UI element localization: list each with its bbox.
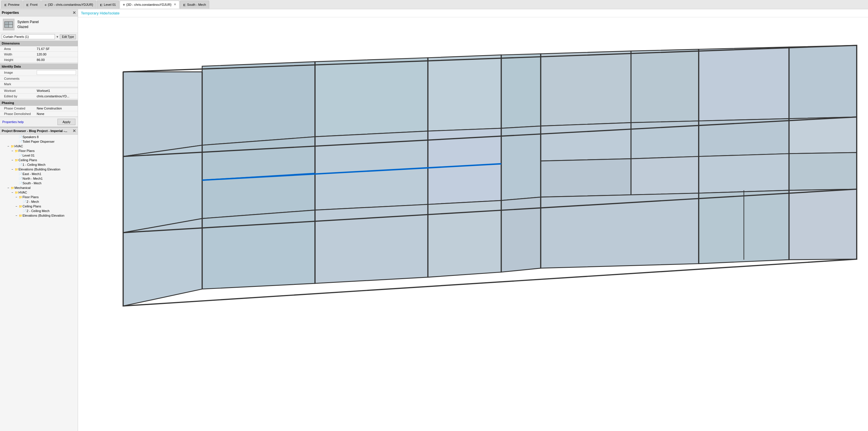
icon-level01: 📄 <box>19 154 23 157</box>
tab-level01[interactable]: ◧ Level 01 <box>97 1 119 9</box>
label-ceiling-mech1: 1 - Ceiling Mech <box>23 163 45 166</box>
icon-hvac: 📁 <box>10 145 14 148</box>
label-toilet: Toilet Paper Dispenser <box>23 140 55 143</box>
tree-item-elevations-bldg[interactable]: − 📁 Elevations (Building Elevation <box>0 167 78 172</box>
toggle-ceiling-plans2: − <box>14 205 19 208</box>
tab-preview[interactable]: ◧ Preview <box>1 1 23 9</box>
browser-close-icon[interactable]: ✕ <box>72 128 76 133</box>
icon-ceiling-plans: 📁 <box>14 159 19 162</box>
tab-preview-label: Preview <box>8 3 19 6</box>
tree-item-hvac[interactable]: − 📁 HVAC <box>0 144 78 149</box>
prop-width: Width 120.00 <box>0 52 78 57</box>
tree-item-floor-plans[interactable]: − 📁 Floor Plans <box>0 149 78 153</box>
svg-marker-20 <box>501 126 541 201</box>
svg-marker-24 <box>631 157 699 195</box>
svg-marker-10 <box>501 54 541 128</box>
tree-item-ceiling-plans2[interactable]: − 📁 Ceiling Plans <box>0 204 78 209</box>
prop-mark-value <box>35 82 78 87</box>
edit-type-button[interactable]: Edit Type <box>60 34 76 39</box>
prop-phase-demolished-label: Phase Demolished <box>0 111 35 117</box>
properties-help-link[interactable]: Properties help <box>2 120 24 124</box>
object-name: System Panel Glazed <box>17 20 39 29</box>
south-mech-icon: ◧ <box>183 3 186 6</box>
toggle-floor-plans2: − <box>14 195 19 199</box>
toggle-elevations-bldg2: − <box>14 214 19 217</box>
icon-speakers8: 📄 <box>19 135 23 138</box>
icon-floor-plans: 📁 <box>14 149 19 153</box>
prop-mark-label: Mark <box>0 82 35 87</box>
icon-north-mech1: 📄 <box>19 177 23 180</box>
section-identity: Identity Data <box>0 64 78 69</box>
label-ceiling-plans: Ceiling Plans <box>19 158 37 162</box>
apply-button[interactable]: Apply <box>58 119 75 125</box>
tab-3d-chris2-close[interactable]: ✕ <box>174 3 176 6</box>
svg-marker-34 <box>540 193 699 268</box>
tree-item-level01[interactable]: 📄 Level 01 <box>0 153 78 158</box>
tab-3d-chris2[interactable]: ◈ {3D - chris.constantinouYDJUR} ✕ <box>120 1 180 9</box>
tree-item-north-mech1[interactable]: 📄 North - Mech1 <box>0 176 78 181</box>
icon-floor-plans2: 📁 <box>19 195 23 199</box>
tree-item-east-mech1[interactable]: 📄 East - Mech1 <box>0 172 78 176</box>
tree-item-floor-plans2[interactable]: − 📁 Floor Plans <box>0 195 78 199</box>
toggle-hvac2: − <box>10 191 14 194</box>
toggle-mechanical: − <box>6 186 10 189</box>
tree-item-toilet[interactable]: 📄 Toilet Paper Dispenser <box>0 139 78 144</box>
label-elevations-bldg: Elevations (Building Elevation <box>19 167 60 171</box>
label-2-ceiling-mech: 2 - Ceiling Mech <box>27 209 50 213</box>
panel-thumbnail-svg <box>4 20 13 29</box>
svg-marker-26 <box>699 154 789 193</box>
tree-item-hvac2[interactable]: − 📁 HVAC <box>0 190 78 195</box>
label-north-mech1: North - Mech1 <box>23 177 43 180</box>
tab-level01-label: Level 01 <box>104 3 116 6</box>
tree-item-south-mech[interactable]: 📄 South - Mech <box>0 181 78 185</box>
tree-item-mechanical[interactable]: − 📁 Mechanical <box>0 185 78 190</box>
object-name-line1: System Panel <box>17 20 39 25</box>
svg-marker-11 <box>540 51 631 126</box>
tree-item-elevations-bldg2[interactable]: − 📁 Elevations (Building Elevation <box>0 213 78 218</box>
level01-icon: ◧ <box>100 3 102 6</box>
prop-workset: Workset Workset1 <box>0 88 78 94</box>
tree-item-2-mech[interactable]: 📄 2 - Mech <box>0 199 78 204</box>
tab-3d-chris1[interactable]: ◈ {3D - chris.constantinouYDJUR} <box>41 1 96 9</box>
viewport-canvas[interactable] <box>78 17 868 431</box>
label-speakers8: Speakers 8 <box>23 135 39 138</box>
main-layout: Properties ✕ System Panel Glazed <box>0 9 868 431</box>
section-identity-label: Identity Data <box>0 64 78 69</box>
label-east-mech1: East - Mech1 <box>23 172 41 176</box>
prop-workset-label: Workset <box>0 88 35 94</box>
type-selector[interactable]: Curtain Panels (1) <box>2 34 55 39</box>
section-phasing: Phasing <box>0 100 78 106</box>
properties-title: Properties <box>2 11 19 15</box>
prop-phase-created-label: Phase Created <box>0 106 35 111</box>
icon-south-mech: 📄 <box>19 182 23 185</box>
tree-item-ceiling-mech1[interactable]: 📄 1 - Ceiling Mech <box>0 162 78 167</box>
prop-comments: Comments <box>0 76 78 82</box>
svg-rect-2 <box>9 22 13 25</box>
object-name-line2: Glazed <box>17 25 39 29</box>
tree-item-2-ceiling-mech[interactable]: 📄 2 - Ceiling Mech <box>0 209 78 213</box>
icon-toilet: 📄 <box>19 140 23 143</box>
3d-chris2-icon: ◈ <box>123 3 125 6</box>
prop-area: Area 71.67 SF <box>0 46 78 52</box>
svg-rect-4 <box>9 25 13 27</box>
label-ceiling-plans2: Ceiling Plans <box>23 205 41 208</box>
properties-close-icon[interactable]: ✕ <box>72 10 76 15</box>
browser-content[interactable]: 📄 Speakers 8 📄 Toilet Paper Dispenser − … <box>0 134 78 431</box>
tree-item-ceiling-plans[interactable]: − 📁 Ceiling Plans <box>0 158 78 162</box>
browser-header: Project Browser - Blog Project - Imperia… <box>0 127 78 134</box>
icon-2-ceiling-mech: 📄 <box>23 209 27 213</box>
tree-item-speakers8[interactable]: 📄 Speakers 8 <box>0 134 78 139</box>
tab-3d-chris1-label: {3D - chris.constantinouYDJUR} <box>48 3 93 6</box>
prop-comments-label: Comments <box>0 76 35 82</box>
svg-marker-37 <box>789 189 857 260</box>
label-elevations-bldg2: Elevations (Building Elevation <box>23 214 64 217</box>
properties-table: Dimensions Area 71.67 SF Width 120.00 He… <box>0 41 78 117</box>
tab-south-mech[interactable]: ◧ South - Mech <box>180 1 209 9</box>
tab-front[interactable]: ◧ Front <box>23 1 41 9</box>
svg-marker-7 <box>202 62 315 145</box>
image-input[interactable] <box>37 70 76 75</box>
toggle-elevations-bldg: − <box>10 168 14 171</box>
label-level01: Level 01 <box>23 154 35 157</box>
toggle-ceiling-plans: − <box>10 159 14 162</box>
front-icon: ◧ <box>26 3 29 6</box>
